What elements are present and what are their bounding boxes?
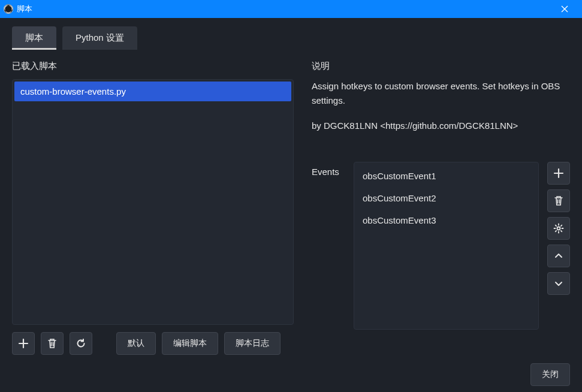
svg-point-0 [4,4,13,13]
move-event-up-button[interactable] [547,245,570,267]
remove-script-button[interactable] [41,332,64,355]
description-text: Assign hotkeys to custom browser events.… [312,79,570,144]
events-field-label: Events [312,162,345,177]
remove-event-button[interactable] [547,189,570,212]
loaded-scripts-label: 已载入脚本 [12,61,294,72]
description-line-1: Assign hotkeys to custom browser events.… [312,79,570,108]
defaults-button[interactable]: 默认 [116,332,156,355]
titlebar: 脚本 [0,0,582,18]
tab-bar: 脚本 Python 设置 [12,26,570,50]
reload-scripts-button[interactable] [70,332,92,355]
svg-point-1 [557,227,560,230]
description-label: 说明 [312,61,570,72]
events-list[interactable]: obsCustomEvent1 obsCustomEvent2 obsCusto… [354,162,539,330]
obs-icon [4,4,13,14]
script-log-button[interactable]: 脚本日志 [224,332,281,355]
script-list[interactable]: custom-browser-events.py [12,79,294,325]
close-window-button[interactable] [551,0,578,18]
window-title: 脚本 [17,4,32,14]
tab-python-settings[interactable]: Python 设置 [62,26,137,50]
add-event-button[interactable] [547,162,570,185]
tab-scripts[interactable]: 脚本 [12,26,56,50]
close-button[interactable]: 关闭 [530,363,570,386]
event-list-item[interactable]: obsCustomEvent2 [357,187,536,209]
move-event-down-button[interactable] [547,272,570,295]
script-list-item[interactable]: custom-browser-events.py [14,82,291,101]
event-list-item[interactable]: obsCustomEvent1 [357,165,536,187]
event-settings-button[interactable] [547,217,570,240]
add-script-button[interactable] [12,332,35,355]
event-list-item[interactable]: obsCustomEvent3 [357,209,536,231]
description-line-2: by DGCK81LNN <https://github.com/DGCK81L… [312,119,570,133]
edit-script-button[interactable]: 编辑脚本 [162,332,218,355]
